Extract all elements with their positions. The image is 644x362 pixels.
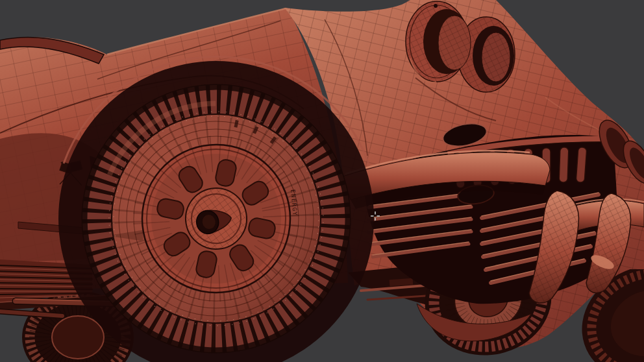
car-model: ENERGY — [0, 0, 644, 362]
bezel-screw — [434, 4, 438, 8]
viewport-3d[interactable]: ENERGY — [0, 0, 644, 362]
